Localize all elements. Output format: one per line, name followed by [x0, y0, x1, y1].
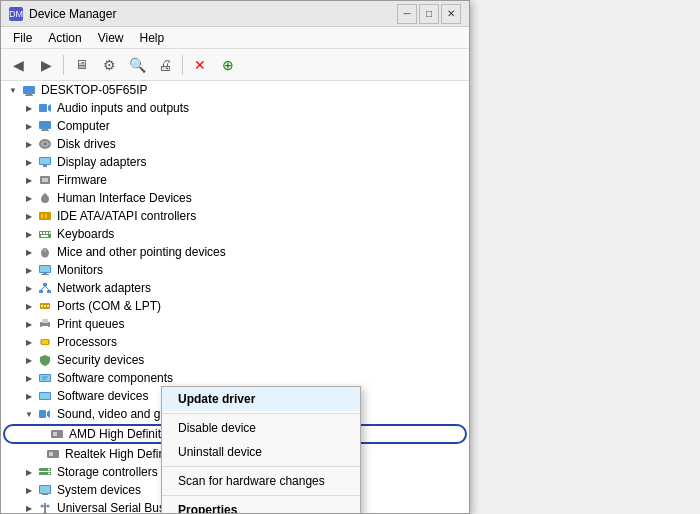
content-area[interactable]: ▼ DESKTOP-05F65IP ▶ Audio inputs and out… [1, 81, 469, 513]
svg-point-68 [48, 473, 50, 475]
svg-rect-25 [46, 232, 48, 234]
storage-arrow: ▶ [21, 464, 37, 480]
tree-item-processors[interactable]: ▶ Processors [1, 333, 469, 351]
context-menu-properties[interactable]: Properties [162, 498, 360, 513]
tree-root[interactable]: ▼ DESKTOP-05F65IP [1, 81, 469, 99]
monitors-label: Monitors [57, 263, 103, 277]
context-menu-sep-1 [162, 413, 360, 414]
security-arrow: ▶ [21, 352, 37, 368]
firmware-label: Firmware [57, 173, 107, 187]
tree-item-keyboards[interactable]: ▶ Keyboards [1, 225, 469, 243]
system-icon [37, 483, 53, 497]
svg-point-67 [48, 469, 50, 471]
display-label: Display adapters [57, 155, 146, 169]
maximize-button[interactable]: □ [419, 4, 439, 24]
svg-rect-58 [40, 393, 50, 399]
svg-rect-20 [41, 214, 43, 218]
amd-icon [49, 427, 65, 441]
svg-rect-3 [39, 104, 47, 112]
root-icon [21, 83, 37, 97]
svg-rect-54 [40, 375, 50, 381]
close-button[interactable]: ✕ [441, 4, 461, 24]
svg-rect-71 [42, 493, 48, 495]
settings-button[interactable]: ⚙ [96, 52, 122, 78]
svg-rect-45 [42, 319, 48, 323]
svg-rect-62 [53, 432, 57, 436]
ports-icon [37, 299, 53, 313]
hid-label: Human Interface Devices [57, 191, 192, 205]
remove-button[interactable]: ✕ [187, 52, 213, 78]
svg-rect-27 [41, 235, 48, 237]
audio-arrow: ▶ [21, 100, 37, 116]
tree-item-firmware[interactable]: ▶ Firmware [1, 171, 469, 189]
computer-label: Computer [57, 119, 110, 133]
tree-item-display[interactable]: ▶ Display adapters [1, 153, 469, 171]
context-menu-sep-2 [162, 466, 360, 467]
context-menu-disable[interactable]: Disable device [162, 416, 360, 440]
firmware-icon [37, 173, 53, 187]
tree-item-ide[interactable]: ▶ IDE ATA/ATAPI controllers [1, 207, 469, 225]
tree-item-network[interactable]: ▶ Network adapters [1, 279, 469, 297]
softwarecomp-icon [37, 371, 53, 385]
minimize-button[interactable]: ─ [397, 4, 417, 24]
menu-help[interactable]: Help [132, 29, 173, 47]
svg-point-42 [44, 305, 46, 307]
svg-rect-32 [40, 266, 50, 272]
keyboards-icon [37, 227, 53, 241]
tree-item-print[interactable]: ▶ Print queues [1, 315, 469, 333]
monitors-icon [37, 263, 53, 277]
svg-rect-70 [40, 486, 50, 493]
svg-line-39 [45, 286, 49, 290]
network-arrow: ▶ [21, 280, 37, 296]
svg-rect-5 [39, 121, 51, 129]
svg-point-43 [47, 305, 49, 307]
svg-rect-46 [42, 326, 48, 329]
softwarecomp-arrow: ▶ [21, 370, 37, 386]
tree-item-ports[interactable]: ▶ Ports (COM & LPT) [1, 297, 469, 315]
computer-icon [37, 119, 53, 133]
tree-item-security[interactable]: ▶ Security devices [1, 351, 469, 369]
tree-item-softwarecomp[interactable]: ▶ Software components [1, 369, 469, 387]
computer-arrow: ▶ [21, 118, 37, 134]
svg-rect-48 [42, 340, 48, 344]
softwaredev-arrow: ▶ [21, 388, 37, 404]
menu-file[interactable]: File [5, 29, 40, 47]
network-icon [37, 281, 53, 295]
tree-item-disk[interactable]: ▶ Disk drives [1, 135, 469, 153]
tree-item-computer[interactable]: ▶ Computer [1, 117, 469, 135]
ports-arrow: ▶ [21, 298, 37, 314]
context-menu-scan[interactable]: Scan for hardware changes [162, 469, 360, 493]
svg-rect-0 [23, 86, 35, 94]
disk-label: Disk drives [57, 137, 116, 151]
context-menu-update[interactable]: Update driver [162, 387, 360, 411]
storage-label: Storage controllers [57, 465, 158, 479]
menu-view[interactable]: View [90, 29, 132, 47]
security-label: Security devices [57, 353, 144, 367]
context-menu-uninstall[interactable]: Uninstall device [162, 440, 360, 464]
ports-label: Ports (COM & LPT) [57, 299, 161, 313]
toolbar: ◀ ▶ 🖥 ⚙ 🔍 🖨 ✕ ⊕ [1, 49, 469, 81]
print-button[interactable]: 🖨 [152, 52, 178, 78]
tree-item-hid[interactable]: ▶ Human Interface Devices [1, 189, 469, 207]
tree-item-mice[interactable]: ▶ Mice and other pointing devices [1, 243, 469, 261]
search-button[interactable]: 🔍 [124, 52, 150, 78]
tree-item-audio[interactable]: ▶ Audio inputs and outputs [1, 99, 469, 117]
svg-point-10 [44, 143, 46, 145]
device-manager-window: DM Device Manager ─ □ ✕ File Action View… [0, 0, 470, 514]
svg-rect-12 [40, 158, 50, 164]
svg-rect-7 [41, 130, 49, 131]
context-menu-sep-3 [162, 495, 360, 496]
menu-action[interactable]: Action [40, 29, 89, 47]
audio-label: Audio inputs and outputs [57, 101, 189, 115]
context-menu: Update driver Disable device Uninstall d… [161, 386, 361, 513]
keyboards-label: Keyboards [57, 227, 114, 241]
forward-button[interactable]: ▶ [33, 52, 59, 78]
mice-arrow: ▶ [21, 244, 37, 260]
realtek-arrow [37, 446, 45, 462]
svg-rect-36 [39, 290, 43, 293]
add-button[interactable]: ⊕ [215, 52, 241, 78]
back-button[interactable]: ◀ [5, 52, 31, 78]
svg-marker-60 [47, 410, 50, 418]
tree-item-monitors[interactable]: ▶ Monitors [1, 261, 469, 279]
computer-button[interactable]: 🖥 [68, 52, 94, 78]
